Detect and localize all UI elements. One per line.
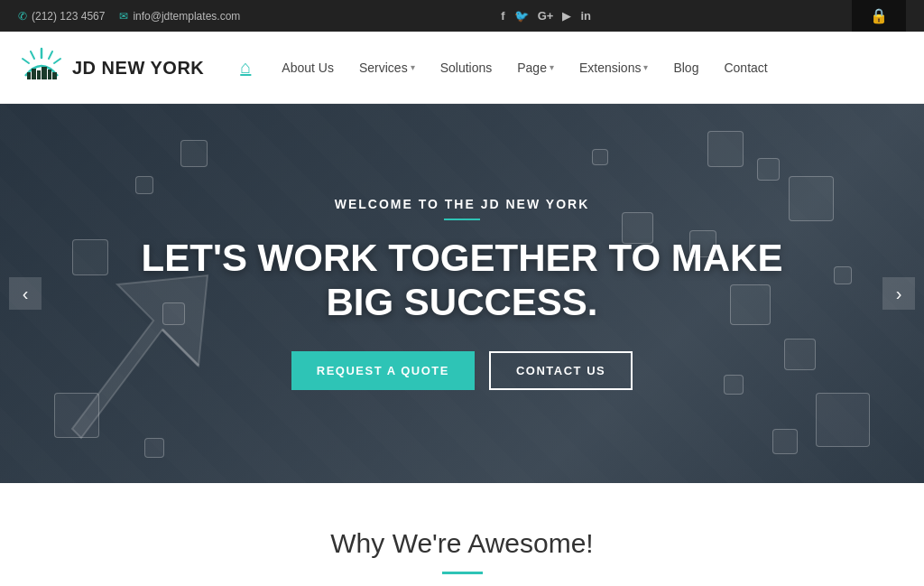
- svg-rect-8: [42, 67, 47, 79]
- nav-item-about: About Us: [269, 51, 346, 84]
- email-address: info@jdtemplates.com: [133, 10, 240, 23]
- nav-item-page: Page ▾: [504, 51, 567, 84]
- chevron-down-icon: ▾: [643, 62, 648, 72]
- svg-line-2: [54, 59, 60, 63]
- svg-line-3: [31, 51, 34, 59]
- next-arrow-icon: ›: [896, 284, 902, 304]
- logo-name: JD NEW YORK: [72, 58, 204, 78]
- hero-content: WELCOME TO THE JD NEW YORK LET'S WORK TO…: [142, 197, 783, 390]
- nav-item-contact: Contact: [711, 51, 780, 84]
- lock-icon: 🔒: [870, 7, 888, 24]
- why-section: Why We're Awesome! It is a long establis…: [0, 483, 924, 586]
- hero-title: LET'S WORK TOGETHER TO MAKE BIG SUCCESS.: [142, 237, 783, 324]
- nav-solutions-label: Solutions: [440, 60, 493, 75]
- prev-arrow-icon: ‹: [23, 284, 29, 304]
- svg-line-1: [49, 51, 52, 59]
- nav-blog-link[interactable]: Blog: [661, 51, 711, 84]
- phone-icon: ✆: [18, 10, 27, 23]
- svg-rect-10: [52, 72, 57, 79]
- why-title: Why We're Awesome!: [54, 528, 870, 559]
- svg-rect-5: [27, 72, 31, 79]
- chevron-down-icon: ▾: [411, 62, 415, 72]
- svg-line-4: [23, 59, 29, 63]
- topbar-right: 🔒: [852, 0, 906, 32]
- svg-rect-9: [48, 70, 51, 79]
- hero-section: ‹ WELCOME TO THE JD NEW YORK LET'S WORK …: [0, 104, 924, 483]
- nav-item-extensions: Extensions ▾: [567, 51, 661, 84]
- hero-underline-decoration: [444, 219, 480, 220]
- hero-buttons: REQUEST A QUOTE CONTACT US: [142, 351, 783, 390]
- nav-services-label: Services: [359, 60, 408, 75]
- svg-rect-7: [37, 70, 41, 79]
- why-divider-decoration: [442, 572, 483, 574]
- nav-services-link[interactable]: Services ▾: [346, 51, 428, 84]
- carousel-prev-button[interactable]: ‹: [9, 277, 42, 310]
- topbar-left: ✆ (212) 123 4567 ✉ info@jdtemplates.com: [18, 10, 240, 23]
- logo-text: JD NEW YORK: [72, 58, 204, 78]
- nav-page-link[interactable]: Page ▾: [504, 51, 567, 84]
- chevron-down-icon: ▾: [550, 62, 554, 72]
- nav-solutions-link[interactable]: Solutions: [428, 51, 505, 84]
- topbar: ✆ (212) 123 4567 ✉ info@jdtemplates.com …: [0, 0, 924, 32]
- nav-contact-link[interactable]: Contact: [711, 51, 780, 84]
- nav-item-blog: Blog: [661, 51, 711, 84]
- nav-about-link[interactable]: About Us: [269, 51, 346, 84]
- request-quote-button[interactable]: REQUEST A QUOTE: [291, 351, 475, 390]
- phone-number: (212) 123 4567: [32, 10, 105, 23]
- twitter-link[interactable]: 🐦: [514, 9, 529, 23]
- nav-extensions-link[interactable]: Extensions ▾: [567, 51, 661, 84]
- hero-subtitle: WELCOME TO THE JD NEW YORK: [142, 197, 783, 211]
- phone-info: ✆ (212) 123 4567: [18, 10, 105, 23]
- nav-item-services: Services ▾: [346, 51, 428, 84]
- facebook-link[interactable]: f: [501, 9, 504, 23]
- nav-home-link[interactable]: ⌂: [231, 57, 260, 78]
- nav-contact-label: Contact: [724, 60, 767, 75]
- hero-title-line2: BIG SUCCESS.: [326, 281, 597, 323]
- main-nav: ⌂ About Us Services ▾ Solutions: [231, 51, 906, 84]
- topbar-dark-box: 🔒: [852, 0, 906, 32]
- email-info: ✉ info@jdtemplates.com: [119, 10, 240, 23]
- googleplus-link[interactable]: G+: [538, 9, 554, 23]
- linkedin-link[interactable]: in: [580, 9, 591, 23]
- header: JD NEW YORK ⌂ About Us Services ▾ Soluti…: [0, 32, 924, 104]
- social-links[interactable]: f 🐦 G+ ▶ in: [501, 9, 591, 23]
- hero-title-line1: LET'S WORK TOGETHER TO MAKE: [142, 237, 783, 279]
- svg-rect-6: [32, 69, 36, 79]
- contact-us-button[interactable]: CONTACT US: [489, 351, 633, 390]
- home-icon: ⌂: [240, 57, 251, 77]
- nav-blog-label: Blog: [673, 60, 698, 75]
- nav-menu: About Us Services ▾ Solutions Page ▾: [269, 51, 780, 84]
- logo-link[interactable]: JD NEW YORK: [18, 47, 204, 88]
- nav-page-label: Page: [517, 60, 547, 75]
- nav-about-label: About Us: [282, 60, 334, 75]
- nav-extensions-label: Extensions: [579, 60, 641, 75]
- nav-item-solutions: Solutions: [428, 51, 505, 84]
- mail-icon: ✉: [119, 10, 128, 23]
- youtube-link[interactable]: ▶: [562, 9, 571, 23]
- carousel-next-button[interactable]: ›: [882, 277, 915, 310]
- logo-icon: [18, 47, 65, 88]
